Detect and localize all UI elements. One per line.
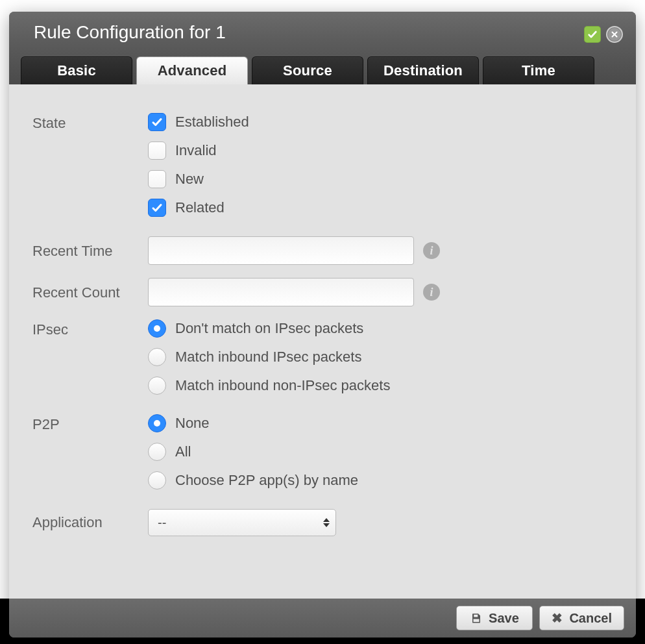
tab-advanced[interactable]: Advanced	[136, 56, 248, 84]
save-button[interactable]: Save	[456, 606, 533, 630]
p2p-none-radio[interactable]	[148, 414, 166, 432]
recent-time-input[interactable]	[148, 236, 414, 265]
tab-time[interactable]: Time	[483, 56, 594, 84]
ipsec-inbound-non-radio[interactable]	[148, 377, 166, 395]
state-established-checkbox[interactable]	[148, 113, 166, 131]
recent-time-label: Recent Time	[32, 236, 148, 265]
p2p-all-label: All	[175, 443, 191, 460]
tab-source[interactable]: Source	[252, 56, 363, 84]
ipsec-inbound-non-label: Match inbound non-IPsec packets	[175, 377, 390, 394]
ipsec-inbound-label: Match inbound IPsec packets	[175, 349, 361, 365]
save-button-label: Save	[489, 611, 519, 626]
cancel-button-label: Cancel	[569, 611, 612, 626]
state-new-label: New	[175, 171, 204, 188]
modal-title: Rule Configuration for 1	[22, 12, 623, 43]
modal-body: State Established Invalid	[9, 84, 636, 599]
tab-basic[interactable]: Basic	[21, 56, 132, 84]
close-button[interactable]	[606, 26, 623, 43]
p2p-all-radio[interactable]	[148, 443, 166, 461]
state-invalid-checkbox[interactable]	[148, 142, 166, 160]
close-icon: ✖	[552, 612, 563, 625]
state-new-checkbox[interactable]	[148, 170, 166, 188]
modal-dialog: Rule Configuration for 1 Basic Advanced …	[9, 12, 636, 638]
state-label: State	[32, 113, 148, 217]
application-selected-value: --	[158, 515, 166, 530]
tab-bar: Basic Advanced Source Destination Time	[21, 56, 594, 84]
status-valid-icon	[584, 26, 601, 43]
recent-count-label: Recent Count	[32, 278, 148, 306]
ipsec-label: IPsec	[32, 319, 148, 395]
cancel-button[interactable]: ✖ Cancel	[539, 606, 624, 630]
application-select[interactable]: --	[148, 509, 336, 536]
ipsec-none-label: Don't match on IPsec packets	[175, 320, 363, 337]
application-label: Application	[32, 509, 148, 536]
tab-destination[interactable]: Destination	[367, 56, 479, 84]
recent-count-input[interactable]	[148, 278, 414, 306]
modal-header: Rule Configuration for 1 Basic Advanced …	[9, 12, 636, 84]
modal-footer: Save ✖ Cancel	[9, 599, 636, 638]
p2p-none-label: None	[175, 415, 210, 432]
state-related-checkbox[interactable]	[148, 199, 166, 217]
state-established-label: Established	[175, 114, 249, 130]
chevron-up-down-icon	[323, 518, 330, 527]
ipsec-none-radio[interactable]	[148, 319, 166, 338]
ipsec-inbound-radio[interactable]	[148, 348, 166, 366]
info-icon[interactable]: i	[423, 242, 440, 259]
state-invalid-label: Invalid	[175, 142, 217, 159]
p2p-choose-radio[interactable]	[148, 471, 166, 489]
p2p-label: P2P	[32, 414, 148, 489]
info-icon[interactable]: i	[423, 284, 440, 301]
p2p-choose-label: Choose P2P app(s) by name	[175, 472, 358, 489]
state-related-label: Related	[175, 199, 225, 216]
save-icon	[470, 612, 482, 624]
